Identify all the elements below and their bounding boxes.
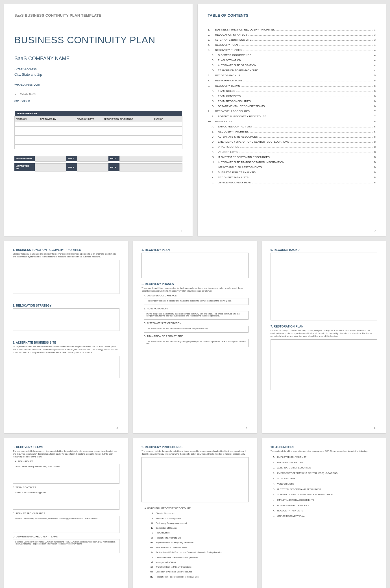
toc-label: RECOVERY TEAMS [215,83,240,88]
step-text: Implementation of Temporary Procedure [156,541,193,544]
appendix-letter: B. [273,461,277,464]
toc-number: 7. [208,78,215,83]
toc-dots [243,81,373,81]
toc-number: J. [212,170,218,175]
toc-number: 1. [208,27,215,32]
section-title: 6. RECORDS BACKUP [271,248,377,251]
toc-number: A. [212,124,218,129]
list-item: xii.Transition Back to Primary Operation… [154,565,248,569]
toc-label: RESTORATION PLAN [215,78,242,83]
step-text: Restoration of Data Process and Communic… [156,551,222,554]
toc-label: DISASTER OCCURRENCE [218,53,251,58]
version-label: VERSION 0.0.0 [14,92,182,96]
content-box [141,457,248,502]
toc-entry: L.OFFICE RECOVERY PLAN8 [208,180,376,185]
toc-dots [252,183,373,183]
toc-page: 4 [374,53,376,58]
subsection-title: B. PLAN ACTIVATION [144,307,248,310]
step-number: ii. [148,517,153,520]
toc-dots [251,112,373,112]
step-number: i. [148,512,153,515]
toc-dots [276,30,373,31]
toc-number: H. [212,160,218,165]
toc-entry: A.EMPLOYEE CONTACT LIST8 [208,124,376,129]
toc-label: TEAM RESPONSIBILITIES [218,99,251,104]
appendix-letter: C. [273,467,277,469]
appendix-letter: I. [273,499,277,501]
toc-number: 5. [208,47,215,53]
subsection-title: A. TEAM ROLES [15,460,119,463]
content-box: Incident Commander, HR/PR Officer, Infor… [13,516,119,533]
toc-label: EMERGENCY OPERATIONS CENTER (EOC) LOCATI… [218,139,289,144]
table-row [15,131,182,135]
toc-number: 3. [208,37,215,42]
toc-entry: C.TEAM RESPONSIBILITIES6 [208,99,376,104]
list-item: L.OFFICE RECOVERY PLAN [273,513,377,519]
subsection-title: A. DISASTER OCCURRENCE [144,294,248,297]
toc-page: 4 [374,42,376,47]
content-box: Stored in the Contact List Appendix [13,490,119,510]
content-box [13,308,119,331]
toc-dots [243,51,373,51]
toc-dots [240,147,373,148]
toc-number: B. [212,129,218,134]
appendix-list: A.EMPLOYEE CONTACT LISTB.RECOVERY PRIORI… [271,454,377,519]
appendix-label: EMPLOYEE CONTACT LIST [277,456,306,458]
content-box [271,253,377,320]
toc-label: BUSINESS FUNCTION RECOVERY PRIORITIES [215,27,275,32]
toc-page: 8 [374,124,376,129]
toc-dots [234,122,373,122]
toc-number: D. [212,104,218,109]
toc-dots [252,56,373,56]
section-title: 4. RECOVERY PLAN [141,248,248,251]
step-text: Declaration of Disaster [156,527,177,529]
step-number: xiii. [148,570,153,573]
step-number: x. [148,556,153,559]
toc-entry: 7.RESTORATION PLAN5 [208,78,376,83]
page-7: 9. RECOVERY PROCEDURES The company detai… [133,438,257,588]
content-box: Team Leader, Backup Team Leader, Team Me… [13,464,119,484]
approved-by-row: APPROVED BY TITLE DATE [14,163,182,172]
toc-number: E. [212,144,218,149]
appendix-letter: J. [273,504,277,507]
toc-dots [267,117,373,117]
list-item: x.Commencement of Alternate Site Operati… [154,555,248,560]
section-desc: This section lists all the appendices ne… [271,450,377,453]
toc-page: 6 [374,83,376,88]
toc-dots [259,71,373,71]
page-number: 5 [374,426,376,429]
content-box [13,356,119,378]
content-box [141,253,248,278]
toc-entry: 2.RELOCATION STRATEGY3 [208,32,376,37]
page-number: 3 [116,426,118,429]
list-item: vi.Relocation to Alternate Site [154,535,248,540]
toc-entry: G.IT SYSTEM REPORTS AND RESOURCES8 [208,155,376,160]
page-8: 10. APPENDICES This section lists all th… [262,438,386,588]
toc-label: IT SYSTEM REPORTS AND RESOURCES [218,155,270,160]
table-row [15,144,182,149]
toc-page: 5 [374,73,376,78]
section-title: 2. RELOCATION STRATEGY [13,304,119,307]
toc-number: D. [212,139,218,144]
toc-number: F. [212,149,218,155]
content-box: Business Continuity Coordinator, EOC Com… [13,539,119,553]
toc-dots [259,137,373,138]
step-text: Disaster Occurrence [156,512,175,515]
subsection-title: A. POTENTIAL RECOVERY PROCEDURE [144,507,248,510]
toc-entry: B.PLAN ACTIVATION4 [208,58,376,63]
appendix-label: EMERGENCY OPERATIONS CENTER (EOC) LOCATI… [277,472,337,474]
step-text: Relocation of Resources Back to Primary … [156,576,199,578]
date-label: 00/00/0000 [14,99,182,103]
subsection-title: D. DEPARTMENTAL RECOVERY TEAMS [13,535,119,538]
subsection-title: C. TEAM RESPONSIBILITIES [13,512,119,515]
toc-entry: C.ALTERNATE SITE RESOURCES8 [208,134,376,139]
toc-dots [236,92,373,92]
list-item: A.EMPLOYEE CONTACT LIST [273,454,377,460]
toc-title: TABLE OF CONTENTS [208,13,376,18]
list-item: G.IT SYSTEM REPORTS AND RESOURCES [273,487,377,492]
toc-number: 8. [208,83,215,88]
list-item: ii.Notification of Management [154,516,248,521]
toc-page: 3 [374,32,376,37]
toc-entry: B.RECOVERY PRIORITIES8 [208,129,376,134]
section-title: 8. RECOVERY TEAMS [13,446,119,449]
